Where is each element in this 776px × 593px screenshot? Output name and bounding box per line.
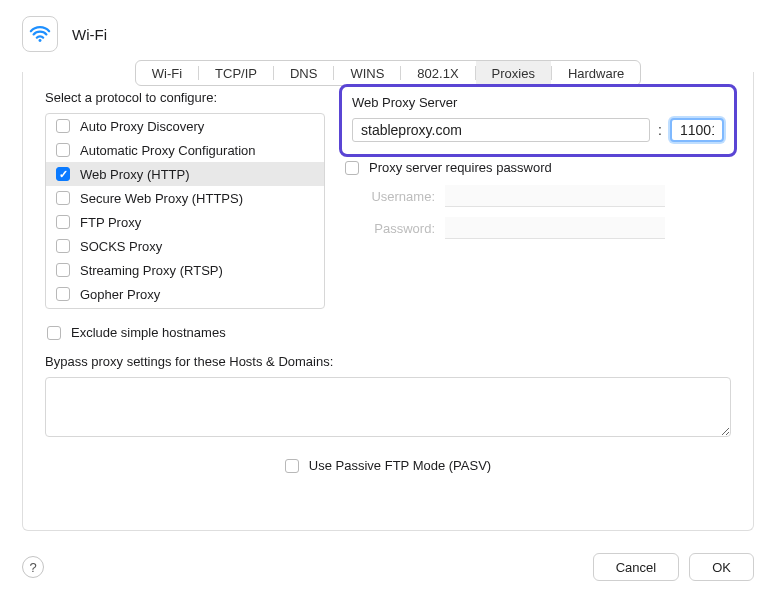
protocol-secure-web-proxy-https[interactable]: Secure Web Proxy (HTTPS) <box>46 186 324 210</box>
username-label: Username: <box>345 189 435 204</box>
requires-password-checkbox[interactable] <box>345 161 359 175</box>
protocol-label: Gopher Proxy <box>80 287 160 302</box>
bypass-textarea[interactable] <box>45 377 731 437</box>
protocol-ftp-proxy[interactable]: FTP Proxy <box>46 210 324 234</box>
checkbox-icon[interactable] <box>56 143 70 157</box>
protocol-socks-proxy[interactable]: SOCKS Proxy <box>46 234 324 258</box>
wifi-icon <box>22 16 58 52</box>
checkbox-icon[interactable] <box>56 263 70 277</box>
checkbox-icon[interactable] <box>56 215 70 229</box>
protocol-label: Auto Proxy Discovery <box>80 119 204 134</box>
protocol-label: Web Proxy (HTTP) <box>80 167 190 182</box>
protocol-label: Streaming Proxy (RTSP) <box>80 263 223 278</box>
protocol-label: SOCKS Proxy <box>80 239 162 254</box>
protocol-gopher-proxy[interactable]: Gopher Proxy <box>46 282 324 306</box>
protocols-list: Auto Proxy Discovery Automatic Proxy Con… <box>45 113 325 309</box>
pasv-label: Use Passive FTP Mode (PASV) <box>309 458 491 473</box>
host-port-separator: : <box>658 122 662 138</box>
protocol-label: Secure Web Proxy (HTTPS) <box>80 191 243 206</box>
cancel-button[interactable]: Cancel <box>593 553 679 581</box>
protocol-label: FTP Proxy <box>80 215 141 230</box>
requires-password-label: Proxy server requires password <box>369 160 552 175</box>
username-input[interactable] <box>445 185 665 207</box>
exclude-hostnames-label: Exclude simple hostnames <box>71 325 226 340</box>
protocols-label: Select a protocol to configure: <box>45 90 325 105</box>
server-host-input[interactable] <box>352 118 650 142</box>
server-highlight: Web Proxy Server : <box>339 84 737 157</box>
svg-point-0 <box>39 39 42 42</box>
pasv-checkbox[interactable] <box>285 459 299 473</box>
protocol-label: Automatic Proxy Configuration <box>80 143 256 158</box>
password-label: Password: <box>345 221 435 236</box>
protocol-streaming-proxy-rtsp[interactable]: Streaming Proxy (RTSP) <box>46 258 324 282</box>
ok-button[interactable]: OK <box>689 553 754 581</box>
checkbox-icon[interactable] <box>56 287 70 301</box>
protocol-auto-config[interactable]: Automatic Proxy Configuration <box>46 138 324 162</box>
server-port-input[interactable] <box>670 118 724 142</box>
exclude-hostnames-checkbox[interactable] <box>47 326 61 340</box>
checkbox-icon[interactable] <box>56 191 70 205</box>
help-button[interactable]: ? <box>22 556 44 578</box>
checkbox-icon[interactable] <box>56 119 70 133</box>
server-label: Web Proxy Server <box>352 95 724 110</box>
page-title: Wi-Fi <box>72 26 107 43</box>
checkbox-icon[interactable] <box>56 239 70 253</box>
bypass-label: Bypass proxy settings for these Hosts & … <box>45 354 731 369</box>
checkbox-icon[interactable] <box>56 167 70 181</box>
protocol-web-proxy-http[interactable]: Web Proxy (HTTP) <box>46 162 324 186</box>
protocol-auto-discovery[interactable]: Auto Proxy Discovery <box>46 114 324 138</box>
password-input[interactable] <box>445 217 665 239</box>
